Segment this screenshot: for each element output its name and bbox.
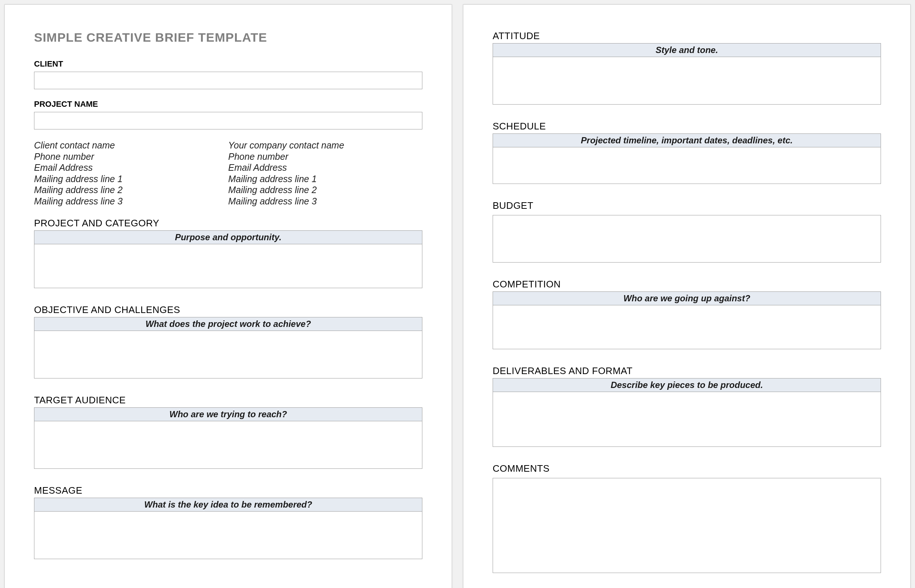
deliverables-input[interactable] [492,392,881,447]
target-audience-input[interactable] [34,421,423,469]
section-deliverables: DELIVERABLES AND FORMAT Describe key pie… [492,365,881,448]
objective-input[interactable] [34,331,423,378]
section-attitude: ATTITUDE Style and tone. [492,30,881,106]
section-message: MESSAGE What is the key idea to be remem… [34,485,423,561]
budget-input[interactable] [492,215,881,263]
company-contact-name: Your company contact name [228,140,423,151]
section-competition: COMPETITION Who are we going up against? [492,279,881,351]
page-1: SIMPLE CREATIVE BRIEF TEMPLATE CLIENT PR… [4,4,452,588]
message-label: MESSAGE [34,485,423,496]
project-category-input[interactable] [34,244,423,288]
client-label: CLIENT [34,59,423,69]
section-schedule: SCHEDULE Projected timeline, important d… [492,121,881,186]
client-contact-addr3: Mailing address line 3 [34,195,228,207]
company-contact-column: Your company contact name Phone number E… [228,140,423,207]
client-contact-addr1: Mailing address line 1 [34,173,228,185]
schedule-label: SCHEDULE [492,121,881,132]
attitude-input[interactable] [492,57,881,105]
competition-input[interactable] [492,305,881,349]
budget-label: BUDGET [492,200,881,212]
competition-hint: Who are we going up against? [492,291,881,305]
comments-input[interactable] [492,478,881,573]
client-contact-email: Email Address [34,162,228,173]
client-contact-addr2: Mailing address line 2 [34,184,228,195]
message-hint: What is the key idea to be remembered? [34,498,423,512]
deliverables-hint: Describe key pieces to be produced. [492,378,881,392]
project-category-label: PROJECT AND CATEGORY [34,218,423,229]
company-contact-email: Email Address [228,162,423,173]
schedule-input[interactable] [492,147,881,184]
page-2: ATTITUDE Style and tone. SCHEDULE Projec… [463,4,911,588]
objective-hint: What does the project work to achieve? [34,317,423,331]
project-name-label: PROJECT NAME [34,99,423,109]
objective-label: OBJECTIVE AND CHALLENGES [34,304,423,316]
client-contact-name: Client contact name [34,140,228,151]
client-contact-phone: Phone number [34,151,228,162]
message-input[interactable] [34,512,423,559]
competition-label: COMPETITION [492,279,881,290]
comments-label: COMMENTS [492,463,881,474]
company-contact-phone: Phone number [228,151,423,162]
document-title: SIMPLE CREATIVE BRIEF TEMPLATE [34,30,423,45]
target-audience-label: TARGET AUDIENCE [34,394,423,406]
section-objective: OBJECTIVE AND CHALLENGES What does the p… [34,304,423,380]
client-contact-column: Client contact name Phone number Email A… [34,140,228,207]
attitude-hint: Style and tone. [492,43,881,57]
deliverables-label: DELIVERABLES AND FORMAT [492,365,881,376]
company-contact-addr3: Mailing address line 3 [228,195,423,207]
section-target-audience: TARGET AUDIENCE Who are we trying to rea… [34,394,423,470]
project-category-hint: Purpose and opportunity. [34,230,423,244]
section-budget: BUDGET [492,200,881,264]
target-audience-hint: Who are we trying to reach? [34,407,423,421]
contacts-block: Client contact name Phone number Email A… [34,140,423,207]
project-name-input[interactable] [34,112,423,129]
schedule-hint: Projected timeline, important dates, dea… [492,134,881,147]
attitude-label: ATTITUDE [492,30,881,42]
section-comments: COMMENTS [492,463,881,575]
client-input[interactable] [34,72,423,89]
section-project-category: PROJECT AND CATEGORY Purpose and opportu… [34,218,423,290]
company-contact-addr2: Mailing address line 2 [228,184,423,195]
company-contact-addr1: Mailing address line 1 [228,173,423,185]
